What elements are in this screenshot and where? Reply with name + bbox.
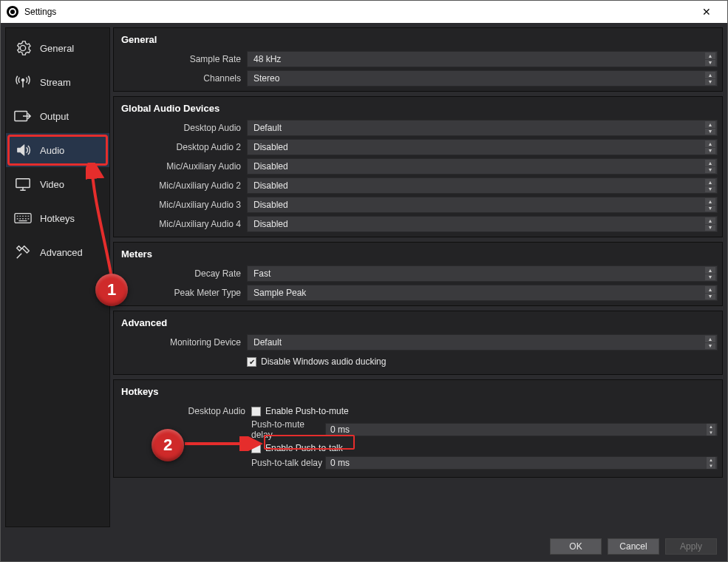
monitor-icon xyxy=(13,176,33,192)
sidebar-item-video[interactable]: Video xyxy=(6,167,109,201)
label-hotkey-desktop-audio: Desktop Audio xyxy=(118,404,251,470)
label-device: Desktop Audio 2 xyxy=(114,142,247,152)
label-push-to-talk: Enable Push-to-talk xyxy=(265,443,343,453)
sidebar-item-audio[interactable]: Audio xyxy=(6,133,109,167)
sidebar-item-label: Audio xyxy=(40,145,64,156)
select-mic-aux-2[interactable]: Disabled▲▼ xyxy=(247,177,718,194)
sidebar-item-advanced[interactable]: Advanced xyxy=(6,235,109,269)
sidebar-item-label: General xyxy=(40,43,74,54)
label-device: Mic/Auxiliary Audio xyxy=(114,161,247,172)
panel-title: Global Audio Devices xyxy=(114,97,722,118)
label-sample-rate: Sample Rate xyxy=(114,54,247,64)
panel-meters: Meters Decay RateFast▲▼ Peak Meter TypeS… xyxy=(113,242,723,306)
select-sample-rate[interactable]: 48 kHz▲▼ xyxy=(247,51,718,67)
select-channels[interactable]: Stereo▲▼ xyxy=(247,70,718,87)
select-desktop-audio-2[interactable]: Disabled▲▼ xyxy=(247,139,718,155)
select-mic-aux[interactable]: Disabled▲▼ xyxy=(247,158,718,175)
select-desktop-audio[interactable]: Default▲▼ xyxy=(247,120,718,136)
sidebar-item-hotkeys[interactable]: Hotkeys xyxy=(6,201,109,235)
ok-button[interactable]: OK xyxy=(550,538,602,555)
spinner-icon[interactable]: ▲▼ xyxy=(705,53,715,66)
speaker-icon xyxy=(13,142,33,158)
settings-sidebar: General Stream Output xyxy=(5,27,110,527)
panel-title: General xyxy=(114,28,722,50)
panel-title: Meters xyxy=(114,243,722,264)
spinner-icon[interactable]: ▲▼ xyxy=(705,72,715,85)
titlebar: Settings ✕ xyxy=(1,1,727,23)
panel-hotkeys: Hotkeys Desktop Audio Enable Push-to-mut… xyxy=(113,379,723,478)
label-push-to-mute: Enable Push-to-mute xyxy=(265,406,349,416)
select-mic-aux-3[interactable]: Disabled▲▼ xyxy=(247,197,718,213)
label-device: Mic/Auxiliary Audio 4 xyxy=(114,219,247,229)
panel-title: Advanced xyxy=(114,311,722,333)
sidebar-item-label: Hotkeys xyxy=(40,213,75,224)
label-monitor: Monitoring Device xyxy=(114,337,247,348)
close-icon[interactable]: ✕ xyxy=(692,6,721,18)
label-ptt-delay: Push-to-talk delay xyxy=(251,458,325,468)
app-logo-icon xyxy=(7,6,18,18)
panel-general: General Sample Rate 48 kHz▲▼ Channels St… xyxy=(113,27,723,92)
keyboard-icon xyxy=(13,210,33,226)
checkbox-push-to-mute[interactable] xyxy=(251,407,261,416)
input-ptm-delay[interactable]: 0 ms▲▼ xyxy=(325,423,718,436)
checkbox-audio-ducking[interactable]: ✔ xyxy=(247,357,256,367)
tools-icon xyxy=(13,244,33,260)
sidebar-item-label: Video xyxy=(40,179,64,190)
sidebar-item-label: Advanced xyxy=(40,247,83,258)
select-decay-rate[interactable]: Fast▲▼ xyxy=(247,265,718,282)
cancel-button[interactable]: Cancel xyxy=(608,538,659,555)
label-audio-ducking: Disable Windows audio ducking xyxy=(261,356,386,367)
spinner-icon[interactable]: ▲▼ xyxy=(707,457,715,469)
sidebar-item-general[interactable]: General xyxy=(6,31,109,65)
spinner-icon[interactable]: ▲▼ xyxy=(707,424,715,436)
settings-main: General Sample Rate 48 kHz▲▼ Channels St… xyxy=(113,27,723,527)
sidebar-item-label: Stream xyxy=(40,77,71,88)
label-ptm-delay: Push-to-mute delay xyxy=(251,419,325,440)
panel-advanced: Advanced Monitoring DeviceDefault▲▼ ✔ Di… xyxy=(113,311,723,375)
svg-rect-3 xyxy=(15,214,31,223)
sidebar-item-stream[interactable]: Stream xyxy=(6,65,109,99)
apply-button[interactable]: Apply xyxy=(665,538,717,555)
svg-point-0 xyxy=(21,78,24,81)
select-mic-aux-4[interactable]: Disabled▲▼ xyxy=(247,216,718,232)
sidebar-item-output[interactable]: Output xyxy=(6,99,109,133)
checkbox-push-to-talk[interactable] xyxy=(251,444,261,453)
label-channels: Channels xyxy=(114,73,247,84)
svg-rect-2 xyxy=(16,179,30,188)
panel-title: Hotkeys xyxy=(114,380,722,402)
output-icon xyxy=(13,108,33,124)
label-device: Desktop Audio xyxy=(114,123,247,133)
gear-icon xyxy=(13,40,33,56)
window-title: Settings xyxy=(24,7,56,17)
panel-devices: Global Audio Devices Desktop AudioDefaul… xyxy=(113,96,723,237)
label-peak: Peak Meter Type xyxy=(114,288,247,298)
select-peak-meter[interactable]: Sample Peak▲▼ xyxy=(247,285,718,301)
select-monitoring-device[interactable]: Default▲▼ xyxy=(247,334,718,351)
dialog-button-bar: OK Cancel Apply xyxy=(1,532,727,561)
input-ptt-delay[interactable]: 0 ms▲▼ xyxy=(325,456,718,470)
antenna-icon xyxy=(13,74,33,90)
sidebar-item-label: Output xyxy=(40,111,69,122)
label-device: Mic/Auxiliary Audio 2 xyxy=(114,180,247,191)
label-device: Mic/Auxiliary Audio 3 xyxy=(114,200,247,210)
label-decay: Decay Rate xyxy=(114,268,247,279)
